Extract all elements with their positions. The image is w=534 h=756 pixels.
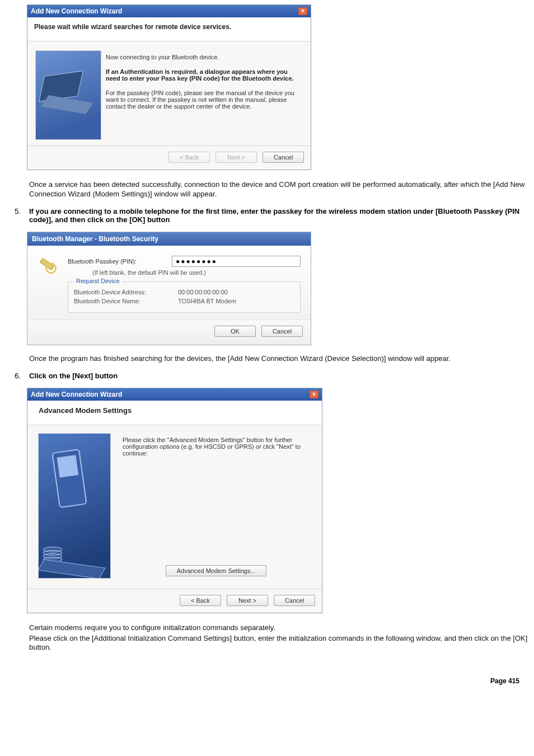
close-icon[interactable]: × (310, 391, 318, 398)
wizard-content: Now connecting to your Bluetooth device.… (106, 50, 303, 140)
wizard-content: Please click the "Advanced Modem Setting… (123, 433, 314, 581)
close-icon[interactable]: × (298, 7, 307, 15)
phone-illustration (38, 433, 111, 579)
wizard-illustration (35, 50, 101, 140)
doc-paragraph-3a: Certain modems require you to configure … (29, 623, 530, 633)
doc-paragraph-2: Once the program has finished searching … (29, 354, 530, 364)
cancel-button[interactable]: Cancel (261, 326, 303, 337)
step-number: 5. (15, 207, 21, 215)
wizard-subtitle: Please wait while wizard searches for re… (27, 17, 311, 41)
security-buttons: OK Cancel (27, 320, 311, 345)
connecting-text: Now connecting to your Bluetooth device. (106, 54, 303, 60)
device-name-value: TOSHIBA BT Modem (178, 298, 236, 304)
security-titlebar: Bluetooth Manager - Bluetooth Security (27, 232, 311, 246)
back-button[interactable]: < Back (180, 595, 221, 606)
cancel-button[interactable]: Cancel (274, 595, 315, 606)
advanced-modem-settings-button[interactable]: Advanced Modem Settings... (166, 565, 266, 576)
window-title: Add New Connection Wizard (31, 7, 122, 15)
step-6: 6. Click on the [Next] button (4, 372, 530, 380)
doc-paragraph-1: Once a service has been detected success… (29, 180, 530, 199)
step-number: 6. (15, 372, 21, 380)
titlebar: Add New Connection Wizard × (27, 388, 322, 401)
titlebar: Add New Connection Wizard × (27, 5, 311, 17)
device-address-label: Bluetooth Device Address: (74, 289, 169, 295)
step-text: If you are connecting to a mobile teleph… (29, 207, 519, 224)
wizard-modem-window: Add New Connection Wizard × Advanced Mod… (27, 388, 322, 613)
fieldset-legend: Request Device (74, 278, 122, 284)
wizard-illustration (35, 433, 114, 581)
next-button: Next > (216, 152, 257, 163)
doc-paragraph-3b: Please click on the [Additional Initiali… (29, 634, 530, 653)
auth-required-text: If an Authentication is required, a dial… (106, 68, 303, 82)
wizard-subtitle: Advanced Modem Settings (27, 401, 322, 425)
step-text: Click on the [Next] button (29, 372, 118, 380)
step-5: 5. If you are connecting to a mobile tel… (4, 207, 530, 224)
passkey-help-text: For the passkey (PIN code), please see t… (106, 90, 303, 110)
back-button: < Back (168, 152, 210, 163)
wizard-buttons: < Back Next > Cancel (27, 589, 322, 613)
laptop-illustration (35, 50, 101, 140)
modem-settings-text: Please click the "Advanced Modem Setting… (123, 436, 310, 457)
wizard-body: Now connecting to your Bluetooth device.… (27, 41, 311, 145)
passkey-label: Bluetooth Passkey (PIN): (68, 258, 163, 265)
wizard-body: Please click the "Advanced Modem Setting… (27, 425, 322, 589)
device-name-label: Bluetooth Device Name: (74, 298, 169, 304)
cancel-button[interactable]: Cancel (263, 152, 304, 163)
passkey-hint: (If left blank, the default PIN will be … (92, 269, 301, 276)
request-device-fieldset: Request Device Bluetooth Device Address:… (68, 281, 301, 313)
ok-button[interactable]: OK (214, 326, 256, 337)
security-body: Bluetooth Passkey (PIN): (If left blank,… (27, 246, 311, 320)
next-button[interactable]: Next > (227, 595, 268, 606)
page-footer: Page 415 (4, 660, 530, 688)
bluetooth-security-window: Bluetooth Manager - Bluetooth Security B… (27, 232, 311, 345)
device-address-value: 00:00:00:00:00:00 (178, 289, 228, 295)
key-icon (38, 256, 60, 278)
passkey-input[interactable] (172, 256, 301, 267)
window-title: Add New Connection Wizard (31, 391, 122, 398)
wizard-search-window: Add New Connection Wizard × Please wait … (27, 4, 311, 170)
wizard-buttons: < Back Next > Cancel (27, 145, 311, 170)
